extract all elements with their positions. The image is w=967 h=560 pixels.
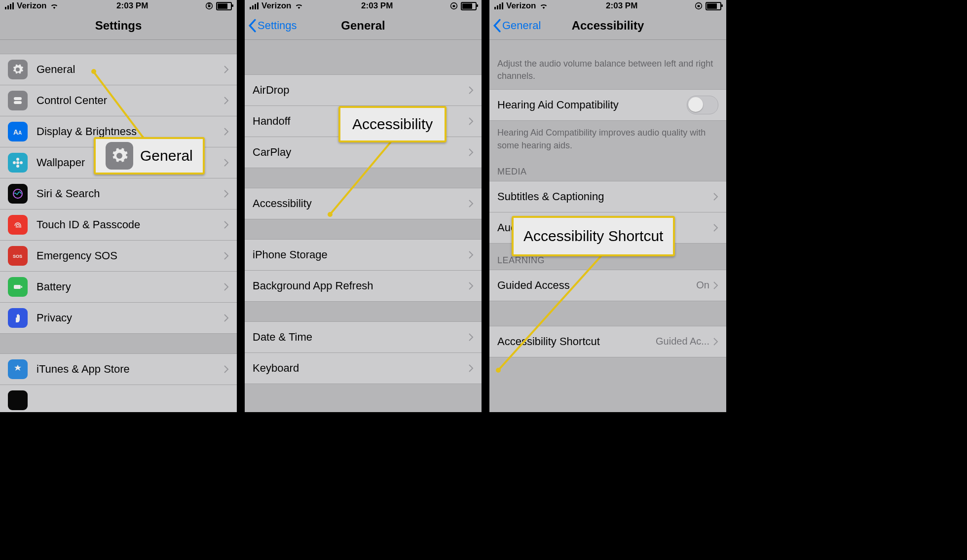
gear-icon	[8, 60, 28, 79]
battery-icon	[8, 277, 28, 297]
svg-text:A: A	[18, 130, 22, 136]
chevron-right-icon	[469, 148, 474, 156]
svg-rect-1	[208, 5, 211, 7]
row-label: Privacy	[37, 312, 224, 324]
svg-rect-14	[21, 286, 22, 288]
svg-point-7	[16, 158, 19, 161]
clock-label: 2:03 PM	[361, 1, 393, 11]
svg-point-6	[16, 161, 19, 164]
sos-icon: SOS	[8, 246, 28, 266]
chevron-right-icon	[713, 224, 718, 232]
page-title: Settings	[95, 19, 142, 33]
chevron-right-icon	[224, 159, 229, 167]
rotation-lock-icon	[695, 2, 703, 10]
section-media: MEDIA	[489, 155, 726, 181]
status-bar: Verizon 2:03 PM	[245, 0, 482, 12]
row-label: General	[37, 63, 224, 76]
chevron-right-icon	[224, 97, 229, 105]
toggles-icon	[8, 91, 28, 110]
svg-point-8	[16, 165, 19, 168]
row-hearing-aid[interactable]: Hearing Aid Compatibility	[489, 89, 726, 121]
row-touchid[interactable]: Touch ID & Passcode	[0, 210, 237, 241]
clock-label: 2:03 PM	[606, 1, 637, 11]
chevron-right-icon	[713, 338, 718, 346]
status-bar: Verizon 2:03 PM	[0, 0, 237, 12]
callout-label: Accessibility	[352, 116, 433, 133]
row-value: On	[696, 280, 709, 291]
nav-bar: Settings	[0, 12, 237, 40]
row-wallet[interactable]	[0, 385, 237, 412]
row-control-center[interactable]: Control Center	[0, 85, 237, 116]
chevron-right-icon	[469, 200, 474, 208]
row-privacy[interactable]: Privacy	[0, 303, 237, 334]
chevron-right-icon	[224, 252, 229, 260]
carrier-label: Verizon	[261, 1, 291, 11]
siri-icon	[8, 184, 28, 204]
chevron-right-icon	[469, 117, 474, 125]
battery-icon	[461, 2, 477, 10]
callout-accessibility: Accessibility	[338, 106, 446, 142]
signal-icon	[5, 2, 14, 9]
flower-icon	[8, 153, 28, 173]
row-battery[interactable]: Battery	[0, 272, 237, 303]
callout-label: Accessibility Shortcut	[523, 228, 663, 245]
svg-rect-16	[453, 5, 455, 7]
back-button[interactable]: General	[492, 19, 541, 33]
svg-point-10	[20, 161, 23, 164]
row-sos[interactable]: SOS Emergency SOS	[0, 241, 237, 272]
wifi-icon	[539, 2, 549, 9]
row-keyboard[interactable]: Keyboard	[245, 353, 482, 384]
row-datetime[interactable]: Date & Time	[245, 321, 482, 353]
row-label: Siri & Search	[37, 187, 224, 200]
page-title: Accessibility	[572, 19, 644, 33]
battery-icon	[216, 2, 232, 10]
callout-general: General	[94, 137, 205, 175]
row-label: Display & Brightness	[37, 125, 224, 138]
row-accessibility[interactable]: Accessibility	[245, 188, 482, 219]
fingerprint-icon	[8, 215, 28, 235]
text-size-icon: AA	[8, 122, 28, 141]
row-guided-access[interactable]: Guided Access On	[489, 270, 726, 301]
page-title: General	[341, 19, 385, 33]
row-storage[interactable]: iPhone Storage	[245, 239, 482, 271]
callout-label: General	[140, 147, 193, 164]
wallet-icon	[8, 390, 28, 410]
row-siri[interactable]: Siri & Search	[0, 178, 237, 210]
svg-text:SOS: SOS	[13, 254, 22, 259]
signal-icon	[250, 2, 259, 9]
toggle-hearing-aid[interactable]	[687, 96, 718, 114]
chevron-right-icon	[469, 86, 474, 94]
svg-rect-18	[698, 5, 700, 7]
back-label: General	[502, 19, 541, 32]
wifi-icon	[49, 2, 59, 9]
row-label: Touch ID & Passcode	[37, 218, 224, 231]
back-label: Settings	[258, 19, 297, 32]
balance-note: Adjust the audio volume balance between …	[489, 40, 726, 89]
back-button[interactable]: Settings	[248, 19, 297, 33]
signal-icon	[494, 2, 503, 9]
row-airdrop[interactable]: AirDrop	[245, 74, 482, 106]
phone-accessibility: Verizon 2:03 PM General Accessibility Ad…	[489, 0, 726, 412]
rotation-lock-icon	[205, 2, 213, 10]
row-label: Battery	[37, 280, 224, 293]
rotation-lock-icon	[450, 2, 458, 10]
chevron-right-icon	[224, 221, 229, 229]
wifi-icon	[294, 2, 304, 9]
row-subtitles[interactable]: Subtitles & Captioning	[489, 181, 726, 212]
status-bar: Verizon 2:03 PM	[489, 0, 726, 12]
row-value: Guided Ac...	[656, 336, 709, 347]
gear-icon	[106, 142, 133, 170]
row-general[interactable]: General	[0, 54, 237, 85]
row-itunes[interactable]: iTunes & App Store	[0, 353, 237, 385]
clock-label: 2:03 PM	[116, 1, 148, 11]
row-bg-refresh[interactable]: Background App Refresh	[245, 271, 482, 302]
svg-rect-2	[14, 97, 22, 100]
callout-accessibility-shortcut: Accessibility Shortcut	[512, 216, 675, 256]
carrier-label: Verizon	[17, 1, 46, 11]
row-label: Emergency SOS	[37, 249, 224, 262]
phone-settings: Verizon 2:03 PM Settings General Control…	[0, 0, 237, 412]
row-label: iTunes & App Store	[37, 363, 224, 376]
chevron-right-icon	[224, 283, 229, 291]
carrier-label: Verizon	[506, 1, 536, 11]
battery-icon	[706, 2, 721, 10]
